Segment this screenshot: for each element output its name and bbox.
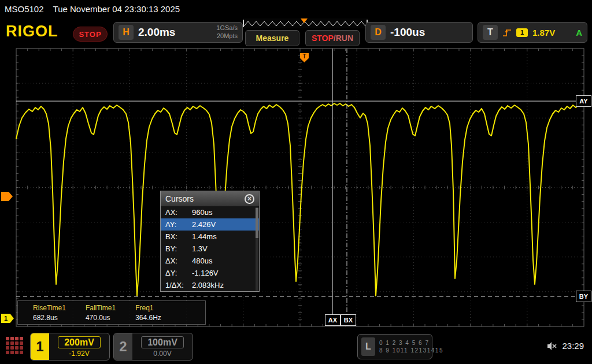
cursor-row-value: 480us xyxy=(192,257,212,265)
cursor-row-label: AX: xyxy=(165,208,192,217)
cursor-row-bx[interactable]: BX: 1.44ms xyxy=(161,231,259,243)
cursor-row-label: ΔY: xyxy=(165,269,192,277)
cursor-row-inv-dx[interactable]: 1/ΔX: 2.083kHz xyxy=(161,279,259,291)
dialog-scrollbar-thumb[interactable] xyxy=(256,208,258,238)
measurement-value: 682.8us xyxy=(33,314,66,322)
cursor-row-label: BX: xyxy=(165,232,192,241)
cursor-row-value: 2.083kHz xyxy=(192,281,224,289)
cursor-row-dx[interactable]: ΔX: 480us xyxy=(161,255,259,267)
cursors-dialog-title: Cursors xyxy=(165,194,194,203)
measurement-risetime: RiseTime1 682.8us xyxy=(33,304,66,324)
cursor-row-label: 1/ΔX: xyxy=(165,281,192,289)
measurement-value: 364.6Hz xyxy=(135,314,161,322)
measurement-freq: Freq1 364.6Hz xyxy=(135,304,161,324)
measurement-name: FallTime1 xyxy=(86,304,116,312)
cursor-row-ax[interactable]: AX: 960us xyxy=(161,206,259,218)
cursors-dialog-titlebar[interactable]: Cursors × xyxy=(161,191,259,206)
cursor-ax-tab[interactable]: AX xyxy=(325,314,341,326)
cursor-row-ay[interactable]: AY: 2.426V xyxy=(161,218,259,231)
cursor-row-value: 1.44ms xyxy=(192,232,217,241)
measurement-panel: RiseTime1 682.8us FallTime1 470.0us Freq… xyxy=(17,300,206,325)
measurement-name: Freq1 xyxy=(135,304,161,312)
cursor-row-label: ΔX: xyxy=(165,257,192,265)
cursor-row-value: 960us xyxy=(192,208,212,217)
cursor-row-dy[interactable]: ΔY: -1.126V xyxy=(161,267,259,279)
measurement-value: 470.0us xyxy=(86,314,116,322)
cursor-row-value: 1.3V xyxy=(192,244,208,253)
cursor-row-label: AY: xyxy=(165,220,192,229)
close-icon[interactable]: × xyxy=(245,194,254,204)
dialog-scrollbar[interactable] xyxy=(256,207,258,291)
cursor-row-label: BY: xyxy=(165,244,192,253)
cursors-dialog: Cursors × AX: 960us AY: 2.426V BX: 1.44m… xyxy=(160,191,260,292)
cursor-bx-tab[interactable]: BX xyxy=(341,314,356,326)
cursors-dialog-body: AX: 960us AY: 2.426V BX: 1.44ms BY: 1.3V… xyxy=(161,206,259,291)
cursor-row-value: -1.126V xyxy=(192,269,219,277)
measurement-name: RiseTime1 xyxy=(33,304,66,312)
measurement-falltime: FallTime1 470.0us xyxy=(86,304,116,324)
cursor-by-tab[interactable]: BY xyxy=(576,291,591,302)
cursor-ay-tab[interactable]: AY xyxy=(576,95,591,107)
cursor-row-value: 2.426V xyxy=(192,220,216,229)
cursor-row-by[interactable]: BY: 1.3V xyxy=(161,243,259,255)
